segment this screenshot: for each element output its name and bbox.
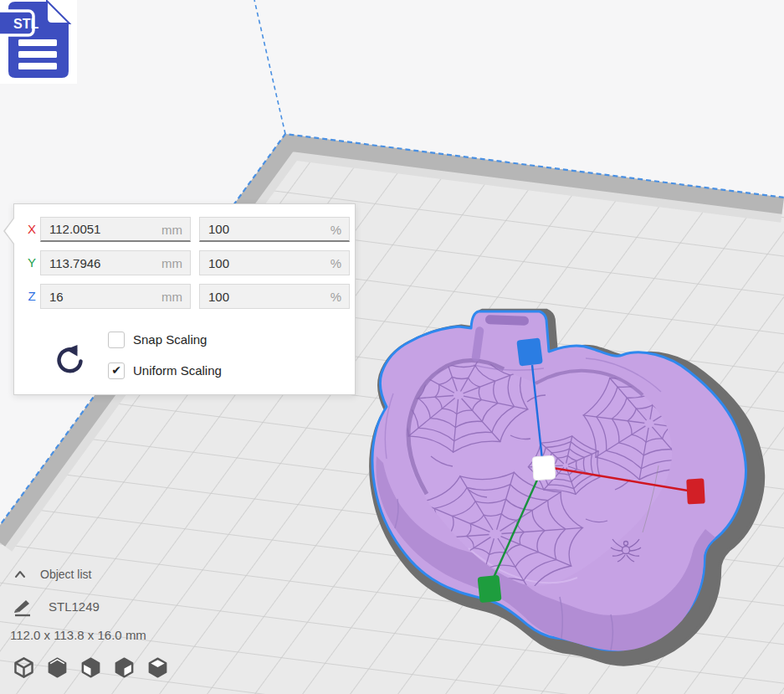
uniform-scaling-label: Uniform Scaling [133,362,222,379]
model-dimensions: 112.0 x 113.8 x 16.0 mm [10,628,146,642]
scale-tool-panel: X mm % Y mm % Z mm % Snap Scaling ✔ Unif… [13,203,356,395]
y-percent-input[interactable] [200,251,349,275]
panel-caret [3,217,14,245]
cube-right-icon [146,655,170,680]
snap-scaling-checkbox[interactable] [108,332,125,348]
z-percent-input[interactable] [200,285,349,308]
snap-scaling-label: Snap Scaling [133,332,207,348]
scale-row-x: X mm % [14,217,355,242]
view-left-button[interactable] [110,654,138,681]
view-right-button[interactable] [144,654,172,681]
scale-row-y: Y mm % [14,250,355,275]
z-axis-label: Z [24,284,39,309]
view-top-button[interactable] [77,654,105,681]
cube-left-icon [112,655,136,680]
camera-view-toolbar [10,654,172,681]
chevron-up-icon [12,568,28,581]
dimensions-label: 112.0 x 113.8 x 16.0 mm [10,628,146,642]
tab-slot [485,315,529,326]
x-percent-input[interactable] [200,218,349,240]
uniform-scaling-checkbox[interactable]: ✔ [108,362,125,379]
reset-scale-button[interactable] [53,343,85,375]
object-list-label: Object list [40,568,91,581]
z-scale-handle[interactable] [516,337,543,366]
scale-row-z: Z mm % [14,284,355,309]
cube-3d-icon [12,655,36,680]
object-list-item[interactable]: STL1249 [12,594,100,618]
view-3d-button[interactable] [10,654,38,681]
reset-arrow-icon [53,343,85,375]
view-front-button[interactable] [44,654,71,681]
y-size-input[interactable] [41,251,190,275]
pencil-icon [12,594,37,618]
x-axis-label: X [24,217,39,242]
stl-document-icon: STL [0,0,77,84]
object-name: STL1249 [49,599,100,614]
x-size-input[interactable] [41,218,190,240]
y-scale-handle[interactable] [478,575,502,604]
cube-front-icon [45,655,69,680]
center-scale-handle[interactable] [532,455,556,481]
y-axis-label: Y [24,250,39,275]
z-size-input[interactable] [41,285,190,308]
object-list-header[interactable]: Object list [12,568,91,581]
cube-top-icon [79,655,103,680]
uniform-scaling-check-glyph: ✔ [111,363,121,377]
x-scale-handle[interactable] [686,478,705,504]
stl-file-thumbnail: STL [0,0,77,84]
stl-badge-label: STL [13,17,38,31]
